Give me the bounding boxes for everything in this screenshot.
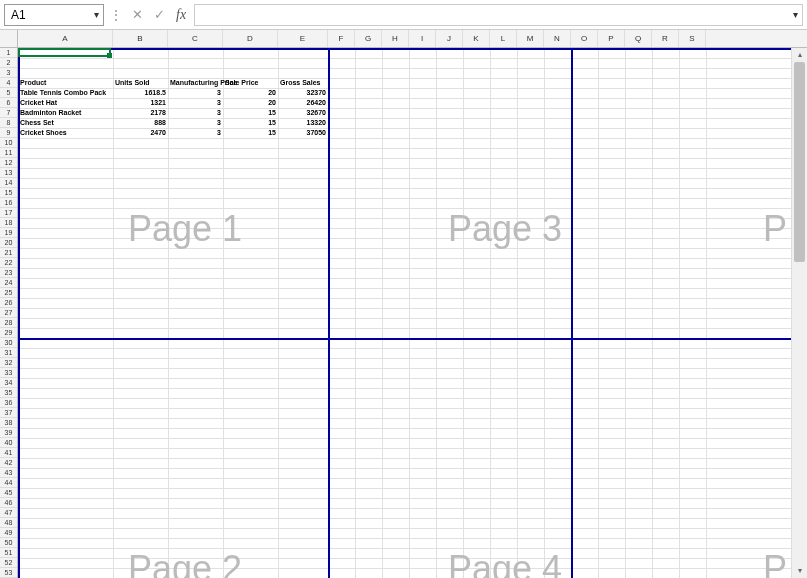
- column-header[interactable]: R: [652, 30, 679, 47]
- page-break-line[interactable]: [571, 48, 573, 578]
- column-header[interactable]: B: [113, 30, 168, 47]
- column-header[interactable]: E: [278, 30, 328, 47]
- row-header[interactable]: 12: [0, 158, 17, 168]
- column-header[interactable]: J: [436, 30, 463, 47]
- cell-value[interactable]: 1618.5: [115, 88, 166, 98]
- cell-value[interactable]: 1321: [115, 98, 166, 108]
- row-header[interactable]: 17: [0, 208, 17, 218]
- cell-value[interactable]: 2470: [115, 128, 166, 138]
- row-header[interactable]: 26: [0, 298, 17, 308]
- row-header[interactable]: 32: [0, 358, 17, 368]
- row-header[interactable]: 44: [0, 478, 17, 488]
- row-header[interactable]: 24: [0, 278, 17, 288]
- column-header[interactable]: G: [355, 30, 382, 47]
- row-header[interactable]: 10: [0, 138, 17, 148]
- column-header[interactable]: H: [382, 30, 409, 47]
- scroll-down-arrow-icon[interactable]: ▾: [792, 564, 807, 578]
- row-header[interactable]: 50: [0, 538, 17, 548]
- cell-value[interactable]: Product: [20, 78, 111, 88]
- column-header[interactable]: M: [517, 30, 544, 47]
- cell-value[interactable]: 3: [170, 118, 221, 128]
- cell-value[interactable]: 20: [225, 98, 276, 108]
- cell-value[interactable]: 3: [170, 108, 221, 118]
- active-cell[interactable]: [18, 48, 111, 57]
- name-box[interactable]: A1 ▾: [4, 4, 104, 26]
- scroll-up-arrow-icon[interactable]: ▴: [792, 48, 807, 62]
- row-header[interactable]: 36: [0, 398, 17, 408]
- row-header[interactable]: 51: [0, 548, 17, 558]
- cell-value[interactable]: 3: [170, 88, 221, 98]
- column-header[interactable]: A: [18, 30, 113, 47]
- row-header[interactable]: 35: [0, 388, 17, 398]
- chevron-down-icon[interactable]: ▾: [793, 9, 798, 20]
- column-header[interactable]: P: [598, 30, 625, 47]
- cell-value[interactable]: Units Sold: [115, 78, 166, 88]
- column-header[interactable]: O: [571, 30, 598, 47]
- row-header[interactable]: 53: [0, 568, 17, 578]
- accept-formula-button[interactable]: ✓: [150, 6, 168, 24]
- row-header[interactable]: 16: [0, 198, 17, 208]
- row-header[interactable]: 38: [0, 418, 17, 428]
- cell-value[interactable]: 888: [115, 118, 166, 128]
- row-header[interactable]: 11: [0, 148, 17, 158]
- row-header[interactable]: 29: [0, 328, 17, 338]
- row-header[interactable]: 7: [0, 108, 17, 118]
- cell-value[interactable]: 26420: [280, 98, 326, 108]
- column-header[interactable]: S: [679, 30, 706, 47]
- row-header[interactable]: 1: [0, 48, 17, 58]
- column-header[interactable]: I: [409, 30, 436, 47]
- cell-value[interactable]: Sale Price: [225, 78, 276, 88]
- row-header[interactable]: 5: [0, 88, 17, 98]
- row-header[interactable]: 47: [0, 508, 17, 518]
- row-header[interactable]: 39: [0, 428, 17, 438]
- formula-input[interactable]: ▾: [194, 4, 803, 26]
- cell-value[interactable]: 20: [225, 88, 276, 98]
- select-all-corner[interactable]: [0, 30, 18, 47]
- row-header[interactable]: 31: [0, 348, 17, 358]
- cell-value[interactable]: 32670: [280, 108, 326, 118]
- row-header[interactable]: 27: [0, 308, 17, 318]
- row-header[interactable]: 25: [0, 288, 17, 298]
- row-header[interactable]: 3: [0, 68, 17, 78]
- row-header[interactable]: 48: [0, 518, 17, 528]
- row-header[interactable]: 28: [0, 318, 17, 328]
- row-header[interactable]: 43: [0, 468, 17, 478]
- row-header[interactable]: 46: [0, 498, 17, 508]
- cell-value[interactable]: 3: [170, 98, 221, 108]
- vertical-scrollbar[interactable]: ▴ ▾: [791, 48, 807, 578]
- row-header[interactable]: 15: [0, 188, 17, 198]
- cell-value[interactable]: 37050: [280, 128, 326, 138]
- row-header[interactable]: 9: [0, 128, 17, 138]
- row-header[interactable]: 42: [0, 458, 17, 468]
- row-header[interactable]: 45: [0, 488, 17, 498]
- cell-value[interactable]: 15: [225, 118, 276, 128]
- column-header[interactable]: L: [490, 30, 517, 47]
- row-header[interactable]: 2: [0, 58, 17, 68]
- cell-value[interactable]: 13320: [280, 118, 326, 128]
- cell-value[interactable]: 15: [225, 108, 276, 118]
- row-header[interactable]: 14: [0, 178, 17, 188]
- row-header[interactable]: 52: [0, 558, 17, 568]
- row-header[interactable]: 49: [0, 528, 17, 538]
- row-header[interactable]: 20: [0, 238, 17, 248]
- cell-value[interactable]: 32370: [280, 88, 326, 98]
- column-header[interactable]: Q: [625, 30, 652, 47]
- cancel-formula-button[interactable]: ✕: [128, 6, 146, 24]
- row-header[interactable]: 8: [0, 118, 17, 128]
- cell-value[interactable]: 15: [225, 128, 276, 138]
- column-header[interactable]: N: [544, 30, 571, 47]
- row-header[interactable]: 18: [0, 218, 17, 228]
- row-header[interactable]: 41: [0, 448, 17, 458]
- row-header[interactable]: 6: [0, 98, 17, 108]
- column-header[interactable]: C: [168, 30, 223, 47]
- row-header[interactable]: 30: [0, 338, 17, 348]
- row-header[interactable]: 4: [0, 78, 17, 88]
- row-header[interactable]: 37: [0, 408, 17, 418]
- cell-value[interactable]: 3: [170, 128, 221, 138]
- row-header[interactable]: 13: [0, 168, 17, 178]
- page-break-line[interactable]: [328, 48, 330, 578]
- column-header[interactable]: F: [328, 30, 355, 47]
- cells-area[interactable]: Page 1Page 2Page 3Page 4PPProductUnits S…: [18, 48, 791, 578]
- cell-value[interactable]: 2178: [115, 108, 166, 118]
- page-break-line[interactable]: [18, 338, 791, 340]
